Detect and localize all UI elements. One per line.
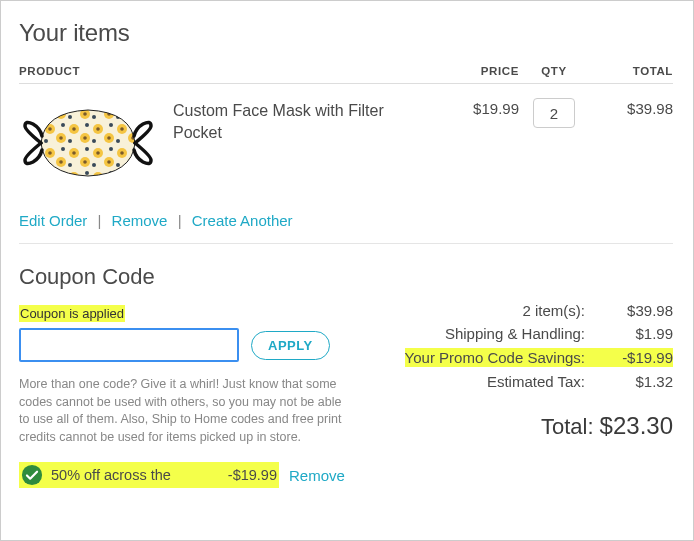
page-title: Your items — [19, 19, 673, 47]
summary-shipping-label: Shipping & Handling: — [445, 325, 585, 342]
header-total: TOTAL — [589, 65, 673, 77]
apply-button[interactable]: APPLY — [251, 331, 330, 360]
coupon-input-row: APPLY — [19, 328, 359, 362]
svg-point-7 — [22, 465, 42, 485]
summary-tax-value: $1.32 — [603, 373, 673, 390]
cart-panel: Your items PRODUCT PRICE QTY TOTAL — [0, 0, 694, 541]
qty-cell — [519, 98, 589, 188]
summary-shipping-value: $1.99 — [603, 325, 673, 342]
remove-coupon-link[interactable]: Remove — [289, 467, 345, 484]
summary-promo-value: -$19.99 — [603, 349, 673, 366]
grand-total-label: Total: — [541, 414, 594, 440]
remove-item-link[interactable]: Remove — [112, 212, 168, 229]
coupon-section: Coupon Code Coupon is applied APPLY More… — [19, 264, 359, 488]
table-header: PRODUCT PRICE QTY TOTAL — [19, 65, 673, 84]
product-name: Custom Face Mask with Filter Pocket — [173, 98, 393, 188]
summary-tax-row: Estimated Tax: $1.32 — [383, 373, 673, 390]
product-image — [19, 98, 157, 188]
item-price: $19.99 — [449, 98, 519, 188]
summary-items-row: 2 item(s): $39.98 — [383, 302, 673, 319]
header-price: PRICE — [449, 65, 519, 77]
item-actions: Edit Order | Remove | Create Another — [19, 206, 673, 243]
header-qty: QTY — [519, 65, 589, 77]
separator: | — [178, 212, 182, 229]
divider — [19, 243, 673, 244]
item-total: $39.98 — [589, 98, 673, 188]
grand-total-value: $23.30 — [600, 412, 673, 440]
edit-order-link[interactable]: Edit Order — [19, 212, 87, 229]
header-product: PRODUCT — [19, 65, 449, 77]
summary-promo-label: Your Promo Code Savings: — [405, 349, 585, 366]
cart-item-row: Custom Face Mask with Filter Pocket $19.… — [19, 84, 673, 206]
lower-section: Coupon Code Coupon is applied APPLY More… — [19, 264, 673, 488]
summary-tax-label: Estimated Tax: — [487, 373, 585, 390]
applied-coupon-name: 50% off across the — [51, 467, 220, 483]
order-summary: 2 item(s): $39.98 Shipping & Handling: $… — [383, 264, 673, 488]
summary-promo-row: Your Promo Code Savings: -$19.99 — [405, 348, 673, 367]
grand-total-row: Total: $23.30 — [383, 412, 673, 440]
applied-coupon-amount: -$19.99 — [228, 467, 277, 483]
coupon-help-text: More than one code? Give it a whirl! Jus… — [19, 376, 349, 446]
product-cell: Custom Face Mask with Filter Pocket — [19, 98, 449, 188]
coupon-title: Coupon Code — [19, 264, 359, 290]
create-another-link[interactable]: Create Another — [192, 212, 293, 229]
coupon-code-input[interactable] — [19, 328, 239, 362]
summary-items-value: $39.98 — [603, 302, 673, 319]
coupon-applied-message: Coupon is applied — [19, 305, 125, 322]
summary-shipping-row: Shipping & Handling: $1.99 — [383, 325, 673, 342]
check-circle-icon — [21, 464, 43, 486]
applied-coupon-highlight: 50% off across the -$19.99 — [19, 462, 279, 488]
summary-items-label: 2 item(s): — [522, 302, 585, 319]
applied-coupon-row: 50% off across the -$19.99 Remove — [19, 462, 359, 488]
separator: | — [98, 212, 102, 229]
qty-input[interactable] — [533, 98, 575, 128]
